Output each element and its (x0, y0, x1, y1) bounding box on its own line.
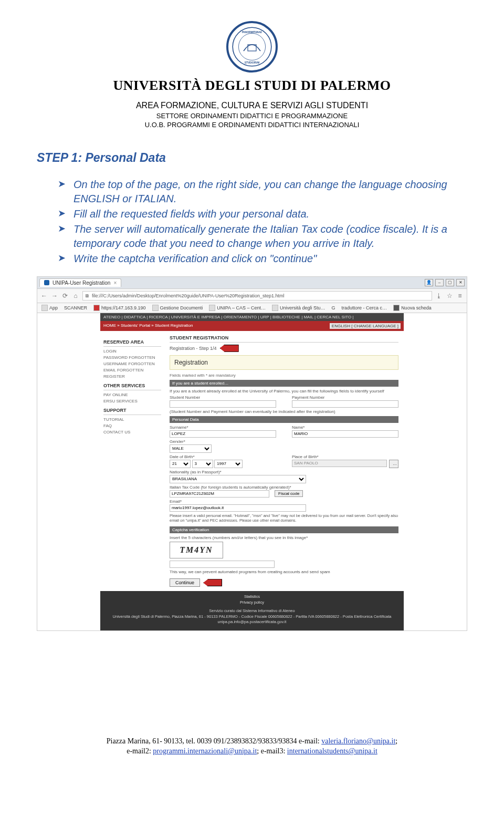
payment-number-input[interactable] (292, 400, 398, 408)
url-field[interactable]: 🗎 file:///C:/Users/admin/Desktop/Enrolme… (82, 291, 432, 301)
footer-contact-line1: Piazza Marina, 61- 90133, tel. 0039 091/… (107, 737, 321, 745)
instruction-list: On the top of the page, on the right sid… (37, 178, 467, 266)
sidebar-link-ersu[interactable]: ERSU SERVICES (103, 399, 161, 403)
dob-year-select[interactable]: 1997 (214, 460, 243, 468)
apps-icon (41, 305, 48, 311)
nav-forward-icon[interactable]: → (51, 292, 58, 299)
dob-label: Date of Birth* (170, 454, 276, 459)
sidebar-link-password[interactable]: PASSWORD FORGOTTEN (103, 355, 161, 360)
sidebar-link-register[interactable]: REGISTER (103, 374, 161, 379)
breadcrumb-path: HOME » Students' Portal » Student Regist… (103, 323, 193, 329)
sidebar: RESERVED AREA LOGIN PASSWORD FORGOTTEN U… (100, 331, 164, 592)
site-top-nav[interactable]: ATENEO | DIDATTICA | RICERCA | UNIVERSIT… (100, 313, 404, 321)
footer-contact-line2a: e-mail2: (127, 747, 153, 755)
name-input[interactable] (292, 430, 398, 438)
footer-email2-link[interactable]: programmi.internazionali@unipa.it (153, 747, 257, 755)
gender-select[interactable]: MALE (170, 444, 212, 453)
window-maximize-icon[interactable]: ▢ (446, 279, 454, 286)
instruction-item: Write the captcha verification and click… (58, 252, 467, 266)
window-user-icon[interactable]: 👤 (425, 279, 433, 286)
language-switch-button[interactable]: ENGLISH [ CHANGE LANGUAGE ] (330, 323, 401, 329)
download-icon[interactable]: ⭳ (435, 292, 443, 299)
captcha-image: TM4YN (170, 542, 223, 558)
page-footer: Piazza Marina, 61- 90133, tel. 0039 091/… (37, 736, 467, 757)
bookmark-item[interactable]: https://147.163.9.190 (93, 305, 146, 311)
pob-lookup-button[interactable]: … (389, 460, 398, 468)
fiscal-code-button[interactable]: Fiscal code (275, 490, 303, 497)
bookmarks-bar: App SCANNER https://147.163.9.190 Gestio… (37, 303, 467, 313)
window-close-icon[interactable]: ✕ (456, 279, 465, 286)
breadcrumb: HOME » Students' Portal » Student Regist… (100, 321, 404, 331)
file-icon: 🗎 (85, 293, 90, 298)
sidebar-group-reserved: RESERVED AREA (103, 339, 161, 347)
bookmark-item[interactable]: Università degli Stu… (272, 305, 326, 311)
instruction-item: Fill all the requested fields with your … (58, 207, 467, 221)
sidebar-group-support: SUPPORT (103, 408, 161, 415)
main-content: STUDENT REGISTRATION Registration - Step… (164, 331, 404, 592)
bookmark-icon (152, 305, 159, 311)
sidebar-link-faq[interactable]: FAQ (103, 423, 161, 428)
dob-day-select[interactable]: 21 (170, 460, 191, 468)
sidebar-link-login[interactable]: LOGIN (103, 349, 161, 354)
bookmark-icon (209, 305, 215, 311)
site-footer: Statistics Privacy policy Servizio curat… (100, 591, 404, 630)
department-subheading: AREA FORMAZIONE, CULTURA E SERVIZI AGLI … (37, 100, 467, 130)
section-band-personal: Personal Data (170, 416, 398, 423)
step-heading: STEP 1: Personal Data (37, 151, 467, 165)
annotation-arrow-icon (220, 345, 239, 352)
student-number-label: Student Number (170, 395, 276, 400)
bookmark-icon (393, 305, 400, 311)
footer-email1-link[interactable]: valeria.floriano@unipa.it (321, 737, 395, 745)
menu-icon[interactable]: ≡ (456, 292, 464, 299)
mandatory-note: Fields marked with * are mandatory (170, 373, 398, 378)
dob-month-select[interactable]: 3 (192, 460, 213, 468)
section-band-enrolled: If you are a student enrolled… (170, 380, 398, 387)
bookmark-item[interactable]: G (332, 305, 335, 310)
payment-number-label: Payment Number (292, 395, 398, 400)
nav-home-icon[interactable]: ⌂ (72, 292, 79, 299)
registration-heading: Registration (170, 355, 398, 370)
taxcode-input[interactable] (170, 490, 269, 498)
footer-statistics[interactable]: Statistics (102, 594, 402, 600)
bookmark-item[interactable]: UNIPA – CAS – Cent… (209, 305, 266, 311)
nationality-select[interactable]: BRASILIANA (170, 475, 306, 483)
bookmark-item[interactable]: Nuova scheda (393, 305, 432, 311)
sidebar-group-other: OTHER SERVICES (103, 383, 161, 390)
sidebar-link-email[interactable]: EMAIL FORGOTTEN (103, 368, 161, 372)
bookmark-item[interactable]: traduttore - Cerca c… (342, 305, 387, 310)
footer-service: Servizio curato dal Sistema Informativo … (102, 608, 402, 614)
window-minimize-icon[interactable]: – (435, 279, 444, 286)
footer-privacy[interactable]: Privacy policy (102, 600, 402, 606)
sidebar-link-username[interactable]: USERNAME FORGOTTEN (103, 361, 161, 366)
enrolled-help: If you are a student already enrolled at… (170, 389, 398, 394)
nav-back-icon[interactable]: ← (40, 292, 48, 299)
bookmark-item[interactable]: SCANNER (64, 305, 87, 310)
captcha-input[interactable] (170, 561, 275, 568)
email-input[interactable] (170, 504, 306, 512)
university-seal: PANORMITANAE STVDIORVM (37, 21, 467, 73)
browser-tab[interactable]: UNIPA-User Registration × (39, 278, 121, 287)
nav-reload-icon[interactable]: ⟳ (61, 292, 69, 299)
footer-email3-link[interactable]: internationalstudents@unipa.it (287, 747, 377, 755)
university-title: UNIVERSITÀ DEGLI STUDI DI PALERMO (37, 78, 467, 94)
apps-button[interactable]: App (41, 305, 58, 311)
instruction-item: On the top of the page, on the right sid… (58, 178, 467, 206)
browser-tabbar: UNIPA-User Registration × 👤 – ▢ ✕ (37, 277, 467, 288)
student-number-input[interactable] (170, 400, 276, 408)
pob-input[interactable] (292, 460, 387, 467)
sidebar-link-contact[interactable]: CONTACT US (103, 430, 161, 434)
embedded-screenshot: UNIPA-User Registration × 👤 – ▢ ✕ ← → ⟳ … (37, 276, 467, 631)
area-line: AREA FORMAZIONE, CULTURA E SERVIZI AGLI … (37, 100, 467, 111)
bookmark-item[interactable]: Gestione Documenti (152, 305, 203, 311)
surname-input[interactable] (170, 430, 276, 438)
section-band-captcha: Captcha verification (170, 526, 398, 533)
svg-text:PANORMITANAE: PANORMITANAE (242, 31, 262, 34)
sidebar-link-tutorial[interactable]: TUTORIAL (103, 417, 161, 422)
sidebar-link-pay[interactable]: PAY ONLINE (103, 392, 161, 397)
star-icon[interactable]: ☆ (446, 292, 453, 299)
tab-close-icon[interactable]: × (113, 280, 117, 286)
continue-button[interactable]: Continue (170, 578, 200, 587)
footer-address: Università degli Studi di Palermo, Piazz… (102, 614, 402, 625)
favicon-icon (44, 280, 49, 285)
browser-address-bar: ← → ⟳ ⌂ 🗎 file:///C:/Users/admin/Desktop… (37, 288, 467, 303)
